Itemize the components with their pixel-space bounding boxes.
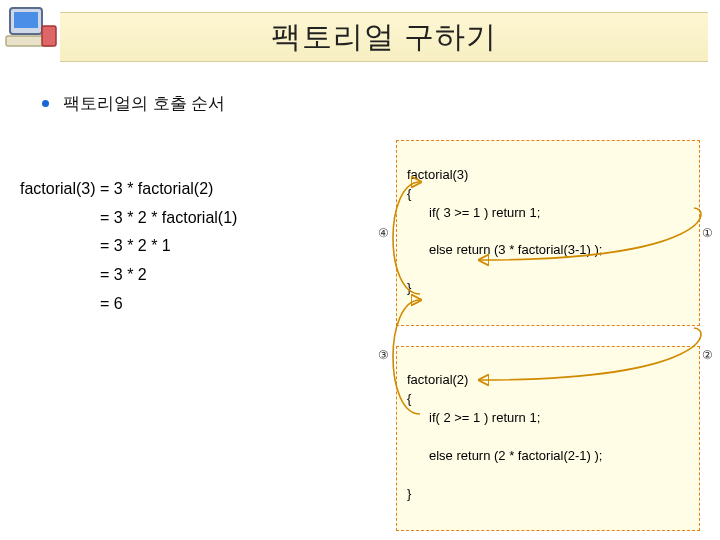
factorial-expansion: factorial(3) = 3 * factorial(2) = 3 * 2 …: [20, 146, 237, 319]
code-line: else return (3 * factorial(3-1) );: [407, 241, 689, 260]
expansion-line: = 3 * 2 * 1: [20, 237, 171, 254]
code-boxes-column: factorial(3) { if( 3 >= 1 ) return 1; el…: [396, 140, 700, 540]
step-marker-1: ①: [702, 226, 713, 240]
slide-title: 팩토리얼 구하기: [271, 17, 497, 58]
code-line: }: [407, 486, 411, 501]
expansion-line: = 6: [20, 295, 123, 312]
code-line: if( 2 >= 1 ) return 1;: [407, 409, 689, 428]
step-marker-4: ④: [378, 226, 389, 240]
expansion-line: = 3 * 2: [20, 266, 147, 283]
subtitle-row: 팩토리얼의 호출 순서: [42, 92, 225, 115]
code-line: if( 3 >= 1 ) return 1;: [407, 204, 689, 223]
code-box-factorial-3: factorial(3) { if( 3 >= 1 ) return 1; el…: [396, 140, 700, 326]
code-line: factorial(2): [407, 372, 468, 387]
subtitle-text: 팩토리얼의 호출 순서: [63, 92, 225, 115]
step-marker-3: ③: [378, 348, 389, 362]
code-line: {: [407, 186, 411, 201]
code-line: else return (2 * factorial(2-1) );: [407, 447, 689, 466]
svg-rect-3: [42, 26, 56, 46]
code-line: factorial(3): [407, 167, 468, 182]
expansion-line: factorial(3) = 3 * factorial(2): [20, 180, 213, 197]
expansion-line: = 3 * 2 * factorial(1): [20, 209, 237, 226]
slide-title-bar: 팩토리얼 구하기: [60, 12, 708, 62]
computer-icon: [4, 4, 60, 56]
bullet-icon: [42, 100, 49, 107]
svg-rect-1: [14, 12, 38, 28]
code-line: {: [407, 391, 411, 406]
code-box-factorial-2: factorial(2) { if( 2 >= 1 ) return 1; el…: [396, 346, 700, 532]
step-marker-2: ②: [702, 348, 713, 362]
code-line: }: [407, 280, 411, 295]
